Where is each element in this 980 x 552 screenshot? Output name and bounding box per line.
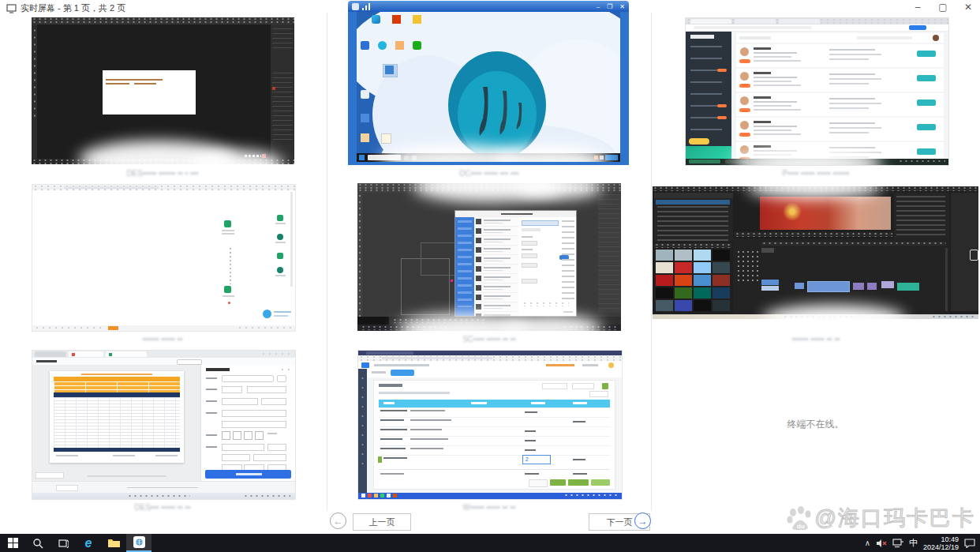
print-button[interactable] <box>205 470 291 479</box>
thumbnail-accounting-app[interactable]: 2 <box>357 350 623 500</box>
settings-dialog[interactable] <box>454 210 577 317</box>
monitor-icon <box>6 4 17 13</box>
ie-icon: e <box>85 537 92 550</box>
window-minimize-button[interactable]: – <box>911 2 925 13</box>
column-divider <box>651 13 652 511</box>
volume-muted-icon[interactable] <box>876 539 887 548</box>
thumbnail-3dsmax[interactable] <box>357 183 621 331</box>
tray-chevron-icon[interactable]: ∧ <box>865 539 870 547</box>
thumbnail-boss-site[interactable] <box>685 17 949 166</box>
thumbnail-caption: DC•••• ••••• ••• ••• <box>371 169 608 178</box>
video-preview <box>760 197 891 230</box>
remote-window-icon <box>352 3 359 10</box>
signal-bars-icon <box>362 3 372 10</box>
remote-restore-button[interactable]: ❐ <box>607 3 612 10</box>
ps-document <box>103 70 196 115</box>
file-explorer-button[interactable] <box>101 534 126 552</box>
task-view-button[interactable] <box>50 534 76 552</box>
taskbar-search-button[interactable] <box>25 534 50 552</box>
folder-icon <box>108 539 120 548</box>
windows-logo-icon <box>8 538 18 548</box>
system-tray: ∧ 中 10:49 2024/12/19 <box>865 535 980 551</box>
desktop-icons <box>361 15 416 141</box>
internet-explorer-button[interactable]: e <box>76 534 101 552</box>
window-maximize-button[interactable]: ▢ <box>936 2 950 13</box>
voucher-card: 2 <box>373 380 615 490</box>
thumbnail-caption: SC•••• ••••• •• •• <box>371 335 608 344</box>
search-icon <box>32 538 43 549</box>
thumbnail-offline[interactable]: 终端不在线。 <box>653 350 978 498</box>
task-view-icon <box>58 539 69 548</box>
print-preview-sheet <box>50 371 184 463</box>
taskbar-date: 2024/12/19 <box>923 543 959 551</box>
remote-taskbar <box>357 153 620 162</box>
ime-indicator[interactable]: 中 <box>909 537 918 549</box>
page-title-bar: 实时屏幕 - 第 1 页，共 2 页 <box>6 2 125 14</box>
remote-desktop-window[interactable]: – ❐ ✕ <box>348 1 629 165</box>
prev-page-icon[interactable]: ← <box>330 513 346 529</box>
thumbnail-caption: DES••• ••••• •• •• <box>44 503 281 512</box>
next-page-icon[interactable]: → <box>634 513 651 529</box>
thumbnail-photoshop[interactable] <box>32 17 294 164</box>
prev-page-button[interactable]: 上一页 <box>353 513 411 531</box>
thumbnail-caption: DES••••• •••••• •• • ••• <box>44 169 281 178</box>
remote-window-titlebar[interactable]: – ❐ ✕ <box>348 1 629 12</box>
start-button[interactable] <box>0 534 25 552</box>
thumbnail-premiere[interactable] <box>653 186 978 319</box>
thumbnail-blank-page[interactable] <box>32 184 296 332</box>
taskbar-clock[interactable]: 10:49 2024/12/19 <box>923 535 959 551</box>
window-close-button[interactable]: ✕ <box>961 2 975 13</box>
thumbnail-caption: W••••• ••••• •• •• <box>371 503 608 512</box>
remote-close-button[interactable]: ✕ <box>619 3 625 10</box>
windows-taskbar: e ∧ 中 10:49 2024/12/19 <box>0 534 980 552</box>
thumbnail-caption: P•••• ••••• ••••• •••••• <box>698 169 934 178</box>
active-app-button[interactable] <box>126 534 151 552</box>
column-divider <box>327 13 327 511</box>
remote-app-icon <box>133 536 145 548</box>
page-title: 实时屏幕 - 第 1 页，共 2 页 <box>21 2 125 14</box>
remote-desktop-content[interactable] <box>357 12 620 162</box>
print-settings-panel <box>200 365 295 482</box>
action-center-icon[interactable] <box>964 539 975 548</box>
thumbnail-caption: •••••• ••••• •• <box>44 335 281 344</box>
pagination: ← 上一页 下一页 → <box>0 513 980 533</box>
taskbar-time: 10:49 <box>923 535 959 543</box>
thumbnail-caption: •••••• ••••• •• •• <box>698 335 934 344</box>
network-icon[interactable] <box>892 539 903 548</box>
boss-sidebar <box>686 32 731 159</box>
remote-minimize-button[interactable]: – <box>597 3 600 10</box>
offline-message: 终端不在线。 <box>653 418 978 431</box>
thumbnail-wps-print[interactable] <box>32 350 296 500</box>
